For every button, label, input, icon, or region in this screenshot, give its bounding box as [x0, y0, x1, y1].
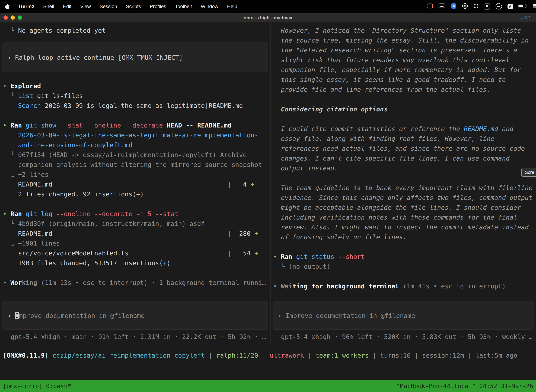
terminal-line: essay file, along with finding root file…	[270, 134, 536, 144]
battery-gauge-icon[interactable]: 61	[496, 3, 502, 9]
zoom-button[interactable]	[18, 15, 22, 20]
tmux-panes: └ No agents completed yet › Ralph loop a…	[0, 23, 536, 344]
terminal-line: the "Related research writing" section i…	[270, 45, 536, 55]
terminal-line: • Working (11m 13s • esc to interrupt) ·…	[0, 278, 270, 288]
dots-grid-icon[interactable]	[474, 3, 478, 9]
injected-message-box: › Ralph loop active continue [OMX_TMUX_I…	[2, 42, 268, 72]
left-scrollback-top: └ No agents completed yet	[0, 26, 270, 36]
terminal-line	[0, 111, 270, 121]
terminal-line: of focusing solely on file lines.	[270, 232, 536, 242]
menu-item-iterm2[interactable]: iTerm2	[19, 4, 34, 9]
terminal-line	[270, 94, 536, 104]
terminal-line: • Ran git status --short	[270, 252, 536, 262]
menu-item-profiles[interactable]: Profiles	[150, 4, 166, 9]
right-agent-pane: However, I noticed the "Directory Struct…	[270, 23, 536, 344]
terminal-line: changes, I can't cite specific file line…	[270, 154, 536, 163]
dark-app-icon[interactable]	[462, 3, 468, 10]
message-input-right[interactable]: › Improve documentation in @filename	[273, 301, 534, 330]
input-text: Improve documentation in @filename	[286, 312, 415, 319]
terminal-line: └ List git ls-files	[0, 91, 270, 101]
menu-item-window[interactable]: Window	[201, 4, 218, 9]
menu-item-help[interactable]: Help	[227, 4, 237, 9]
minimize-button[interactable]	[10, 15, 15, 20]
terminal-line: Considering citation options	[270, 104, 536, 114]
message-input-left[interactable]: › I mprove documentation in @filename	[2, 301, 268, 330]
key-cap-icon[interactable]: 8	[484, 3, 490, 9]
terminal-line: review. Also, I might want to inspect th…	[270, 222, 536, 232]
left-agent-transcript: • Explored └ List git ls-files Search 20…	[0, 81, 270, 288]
keyboard-icon[interactable]	[439, 4, 445, 9]
terminal-line: including verification notes with those …	[270, 213, 536, 222]
left-agent-pane: └ No agents completed yet › Ralph loop a…	[0, 23, 270, 344]
terminal-line: • Explored	[0, 81, 270, 91]
left-pane-footer: › I mprove documentation in @filename gp…	[0, 301, 270, 344]
text-cursor: I	[15, 312, 19, 319]
terminal-line: I could cite commit statistics or refere…	[270, 124, 536, 134]
terminal-line: README.md | 4 +	[0, 179, 270, 189]
control-center-icon[interactable]	[533, 4, 536, 9]
terminal-line: └ No agents completed yet	[0, 26, 270, 36]
terminal-line: 2 files changed, 92 insertions(+)	[0, 189, 270, 199]
terminal-line: … +1901 lines	[0, 238, 270, 248]
terminal-line: └ (no output)	[270, 262, 536, 271]
omx-status-line: [OMX#0.11.9] cczip/essay/ai-reimplementa…	[0, 350, 536, 360]
omx-status-bar: [OMX#0.11.9] cczip/essay/ai-reimplementa…	[0, 344, 536, 380]
terminal-line: 1903 files changed, 513517 insertions(+)	[0, 258, 270, 268]
menu-item-scripts[interactable]: Scripts	[126, 4, 141, 9]
prompt-caret: ›	[7, 312, 11, 319]
terminal-line	[270, 114, 536, 124]
terminal-line: The team guideline is to back every impo…	[270, 183, 536, 193]
terminal-line: • Ran git show --stat --oneline --decora…	[0, 121, 270, 130]
screen: iTerm2 Shell Edit View Session Scripts P…	[0, 0, 536, 392]
screen-recording-icon[interactable]	[427, 3, 433, 9]
terminal-line: Search 2026-03-09-is-legal-the-same-as-l…	[0, 101, 270, 111]
apple-menu-icon[interactable]	[5, 3, 10, 9]
tmux-session-window: [omx-cczip] 0:bash*	[3, 383, 71, 390]
terminal-line: … +2 lines	[0, 170, 270, 179]
terminal-line: this single essay, it seems like a good …	[270, 75, 536, 85]
window-title-bar: omx --xhigh --madmax ⌥⌘1	[0, 13, 536, 23]
terminal-line: references need actual files, and since …	[270, 144, 536, 154]
window-shortcut: ⌥⌘1	[519, 15, 536, 20]
menu-item-shell[interactable]: Shell	[43, 4, 54, 9]
tmux-status-bar: [omx-cczip] 0:bash* "MacBook-Pro-44.loca…	[0, 380, 536, 392]
terminal-line: might be acceptable alongside the file l…	[270, 203, 536, 213]
terminal-line: [OMX#0.11.9] cczip/essay/ai-reimplementa…	[0, 350, 536, 360]
window-title: omx --xhigh --madmax	[0, 15, 536, 20]
menu-item-toolbelt[interactable]: Toolbelt	[175, 4, 192, 9]
terminal-line: and-the-erosion-of-copyleft.md	[0, 140, 270, 150]
terminal-line	[270, 173, 536, 183]
terminal-line: companion file, especially if more comme…	[270, 65, 536, 75]
terminal-line	[270, 271, 536, 281]
menu-item-edit[interactable]: Edit	[63, 4, 72, 9]
right-pane-footer: › Improve documentation in @filename gpt…	[270, 301, 536, 344]
screen-edge-tooltip[interactable]: Scre	[522, 168, 536, 177]
terminal-line: However, I noticed the "Directory Struct…	[270, 26, 536, 36]
input-source-icon[interactable]: A	[507, 4, 513, 9]
battery-icon[interactable]	[518, 4, 527, 9]
terminal-line: └ 067f154 (HEAD -> essay/ai-reimplementa…	[0, 150, 270, 160]
model-status-line-left: gpt-5.4 xhigh · main · 91% left · 2.31M …	[0, 330, 270, 344]
terminal-line: evidence. Since this change only affects…	[270, 193, 536, 203]
terminal-line: provide file and line references from th…	[270, 85, 536, 94]
menu-item-view[interactable]: View	[80, 4, 91, 9]
terminal-line	[0, 199, 270, 209]
terminal-line: the source tree, missing the essay. Stil…	[270, 36, 536, 45]
menu-item-session[interactable]: Session	[100, 4, 117, 9]
terminal-line: output instead.	[270, 163, 536, 173]
injected-message-text: Ralph loop active continue [OMX_TMUX_INJ…	[15, 54, 183, 61]
terminal-line: 2026-03-09-is-legal-the-same-as-legitima…	[0, 130, 270, 140]
tmux-host-clock: "MacBook-Pro-44.local" 04:52 31-Mar-26	[396, 383, 533, 390]
terminal-line: src/voice/voiceModeEnabled.ts | 54 +	[0, 248, 270, 258]
terminal-line	[270, 242, 536, 252]
terminal-line: • Ran git log --oneline --decorate -n 5 …	[0, 209, 270, 219]
terminal-area: └ No agents completed yet › Ralph loop a…	[0, 23, 536, 380]
terminal-line: • Waiting for background terminal (1m 41…	[270, 281, 536, 291]
blue-app-icon[interactable]	[451, 3, 456, 10]
terminal-line: companion analysis without altering the …	[0, 160, 270, 170]
terminal-line: slight risk that future readers may over…	[270, 55, 536, 65]
close-button[interactable]	[4, 15, 8, 20]
traffic-lights	[0, 15, 22, 20]
menu-bar-status-icons: 8 61 A	[427, 3, 536, 10]
input-text: mprove documentation in @filename	[19, 312, 144, 319]
